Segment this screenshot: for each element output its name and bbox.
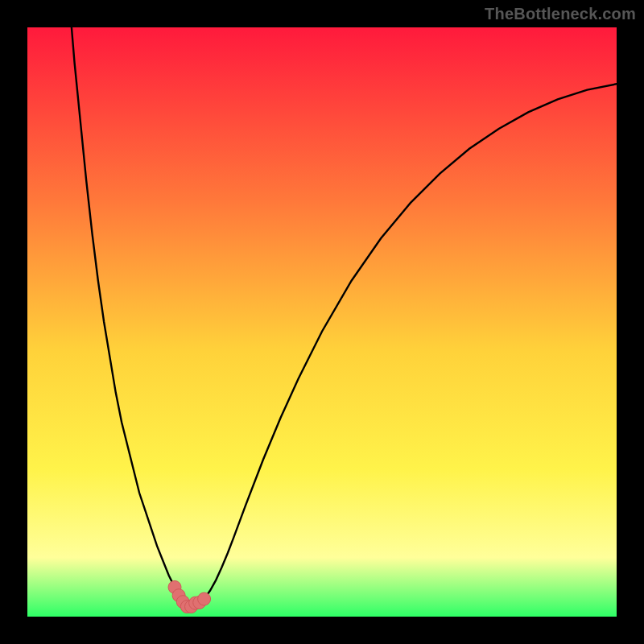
watermark-text: TheBottleneck.com [485, 5, 636, 23]
outer-frame: TheBottleneck.com [0, 0, 644, 644]
plot-area [27, 27, 617, 617]
minimum-marker [198, 592, 211, 605]
gradient-background [27, 27, 617, 617]
chart-svg [27, 27, 617, 617]
